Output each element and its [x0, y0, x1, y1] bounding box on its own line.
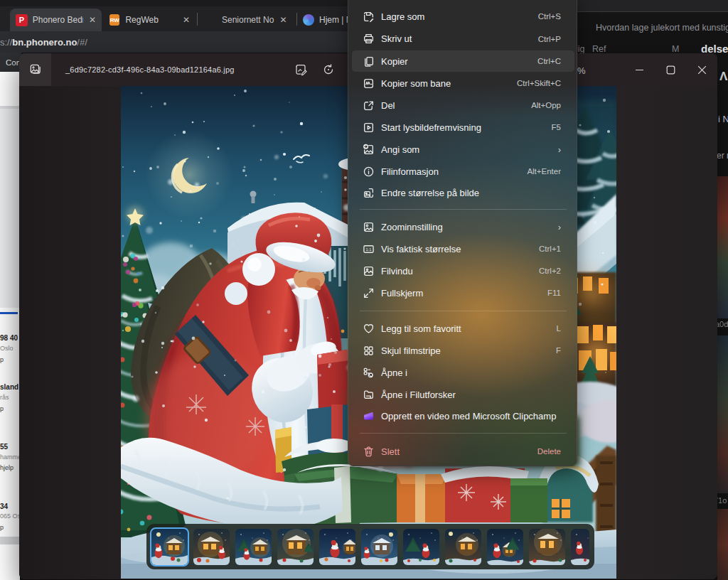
svg-text:1:1: 1:1 [366, 247, 372, 251]
